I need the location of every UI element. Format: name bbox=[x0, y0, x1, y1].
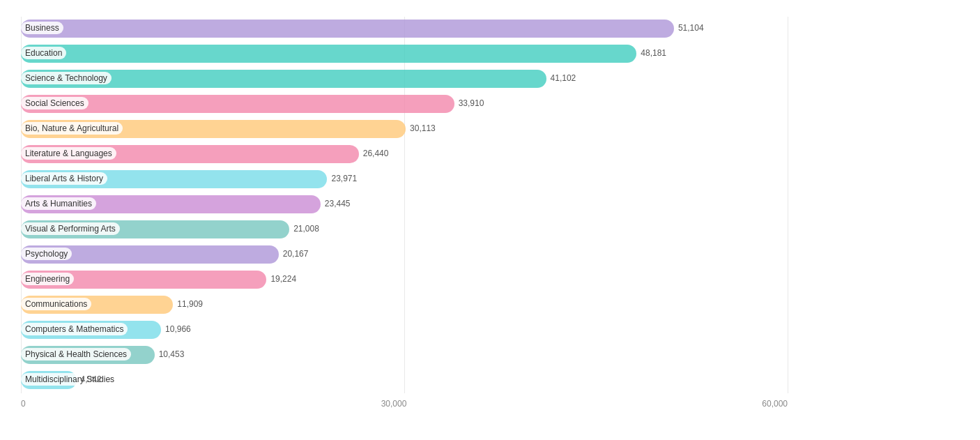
bar-row: Education48,181 bbox=[21, 42, 959, 67]
bar-label: Business bbox=[21, 22, 63, 34]
bar-label: Physical & Health Sciences bbox=[21, 348, 131, 361]
x-axis: 030,00060,000 bbox=[21, 399, 788, 409]
bar-row: Physical & Health Sciences10,453 bbox=[21, 343, 959, 368]
bar-value: 23,971 bbox=[331, 174, 357, 183]
bar-label: Literature & Languages bbox=[21, 147, 116, 160]
bar-value: 10,453 bbox=[159, 349, 185, 359]
bar-row: Visual & Performing Arts21,008 bbox=[21, 218, 959, 243]
bar-label: Science & Technology bbox=[21, 72, 112, 84]
x-axis-label: 0 bbox=[21, 399, 26, 409]
bar-label: Multidisciplinary Studies bbox=[21, 373, 118, 386]
bar-value: 33,910 bbox=[459, 98, 484, 108]
bar-label: Social Sciences bbox=[21, 97, 89, 109]
bar-row: Social Sciences33,910 bbox=[21, 92, 959, 117]
bars-wrapper: Business51,104Education48,181Science & T… bbox=[21, 17, 959, 393]
bar-label: Computers & Mathematics bbox=[21, 323, 128, 335]
bar-value: 4,342 bbox=[81, 374, 102, 384]
bar-value: 26,440 bbox=[363, 149, 389, 158]
bar-value: 41,102 bbox=[551, 73, 576, 83]
x-axis-label: 30,000 bbox=[381, 399, 407, 409]
bar-row: Arts & Humanities23,445 bbox=[21, 192, 959, 218]
bar-label: Psychology bbox=[21, 248, 72, 260]
bar-label: Communications bbox=[21, 298, 91, 310]
bar-value: 10,966 bbox=[165, 324, 191, 334]
bar-row: Business51,104 bbox=[21, 17, 959, 42]
bar-row: Psychology20,167 bbox=[21, 243, 959, 268]
bar-row: Literature & Languages26,440 bbox=[21, 142, 959, 167]
bar-value: 48,181 bbox=[641, 48, 666, 58]
bar-label: Education bbox=[21, 47, 66, 59]
bar-value: 11,909 bbox=[177, 299, 203, 309]
bar-row: Multidisciplinary Studies4,342 bbox=[21, 368, 959, 393]
bar-label: Bio, Nature & Agricultural bbox=[21, 122, 123, 135]
bar-row: Engineering19,224 bbox=[21, 268, 959, 293]
x-axis-label: 60,000 bbox=[762, 399, 788, 409]
bar-row: Liberal Arts & History23,971 bbox=[21, 167, 959, 192]
bar-label: Liberal Arts & History bbox=[21, 172, 107, 185]
chart-container: Business51,104Education48,181Science & T… bbox=[0, 0, 980, 440]
bar-value: 30,113 bbox=[410, 123, 436, 133]
bar-value: 23,445 bbox=[325, 199, 351, 208]
bar-value: 21,008 bbox=[293, 224, 319, 234]
bar-label: Arts & Humanities bbox=[21, 197, 96, 210]
bar-label: Visual & Performing Arts bbox=[21, 222, 120, 235]
bar-track bbox=[21, 20, 674, 38]
bar-row: Communications11,909 bbox=[21, 293, 959, 318]
bar-row: Computers & Mathematics10,966 bbox=[21, 318, 959, 343]
bar-value: 19,224 bbox=[270, 274, 296, 284]
bar-label: Engineering bbox=[21, 273, 74, 285]
bar-row: Bio, Nature & Agricultural30,113 bbox=[21, 117, 959, 142]
bar-track bbox=[21, 45, 636, 63]
bar-value: 51,104 bbox=[678, 23, 704, 33]
bar-value: 20,167 bbox=[283, 249, 309, 259]
bar-row: Science & Technology41,102 bbox=[21, 67, 959, 92]
